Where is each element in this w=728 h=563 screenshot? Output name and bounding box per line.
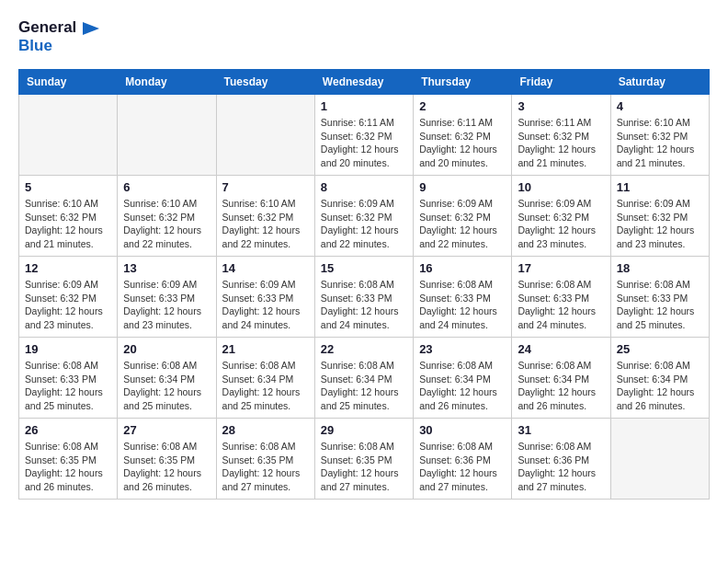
page-header: General Blue (18, 18, 710, 54)
day-number: 29 (321, 423, 407, 437)
day-info: Sunrise: 6:11 AM Sunset: 6:32 PM Dayligh… (518, 116, 604, 170)
day-number: 27 (123, 423, 210, 437)
day-info: Sunrise: 6:09 AM Sunset: 6:32 PM Dayligh… (518, 197, 604, 251)
weekday-header-monday: Monday (118, 70, 216, 95)
calendar-cell: 14Sunrise: 6:09 AM Sunset: 6:33 PM Dayli… (216, 257, 314, 338)
day-info: Sunrise: 6:09 AM Sunset: 6:32 PM Dayligh… (25, 278, 111, 332)
day-number: 4 (617, 99, 703, 113)
day-info: Sunrise: 6:08 AM Sunset: 6:35 PM Dayligh… (222, 440, 309, 494)
calendar-cell: 6Sunrise: 6:10 AM Sunset: 6:32 PM Daylig… (118, 176, 216, 257)
day-info: Sunrise: 6:08 AM Sunset: 6:35 PM Dayligh… (123, 440, 210, 494)
calendar-cell: 24Sunrise: 6:08 AM Sunset: 6:34 PM Dayli… (512, 338, 610, 419)
day-info: Sunrise: 6:09 AM Sunset: 6:32 PM Dayligh… (617, 197, 703, 251)
weekday-header-row: SundayMondayTuesdayWednesdayThursdayFrid… (19, 70, 710, 95)
calendar-cell: 27Sunrise: 6:08 AM Sunset: 6:35 PM Dayli… (118, 419, 216, 500)
day-number: 9 (419, 180, 506, 194)
calendar-cell: 22Sunrise: 6:08 AM Sunset: 6:34 PM Dayli… (314, 338, 413, 419)
day-number: 19 (25, 342, 111, 356)
day-info: Sunrise: 6:10 AM Sunset: 6:32 PM Dayligh… (123, 197, 210, 251)
weekday-header-wednesday: Wednesday (314, 70, 413, 95)
calendar-cell (610, 419, 709, 500)
calendar-cell (216, 95, 314, 176)
day-info: Sunrise: 6:08 AM Sunset: 6:34 PM Dayligh… (617, 359, 703, 413)
day-info: Sunrise: 6:09 AM Sunset: 6:33 PM Dayligh… (222, 278, 309, 332)
day-info: Sunrise: 6:08 AM Sunset: 6:36 PM Dayligh… (518, 440, 604, 494)
weekday-header-saturday: Saturday (610, 70, 709, 95)
day-number: 22 (321, 342, 407, 356)
day-info: Sunrise: 6:11 AM Sunset: 6:32 PM Dayligh… (321, 116, 407, 170)
calendar-cell (19, 95, 118, 176)
calendar-cell: 16Sunrise: 6:08 AM Sunset: 6:33 PM Dayli… (414, 257, 512, 338)
week-row-1: 1Sunrise: 6:11 AM Sunset: 6:32 PM Daylig… (19, 95, 710, 176)
day-info: Sunrise: 6:08 AM Sunset: 6:34 PM Dayligh… (123, 359, 210, 413)
day-info: Sunrise: 6:08 AM Sunset: 6:36 PM Dayligh… (419, 440, 506, 494)
weekday-header-friday: Friday (512, 70, 610, 95)
day-info: Sunrise: 6:10 AM Sunset: 6:32 PM Dayligh… (617, 116, 703, 170)
calendar-cell: 9Sunrise: 6:09 AM Sunset: 6:32 PM Daylig… (414, 176, 512, 257)
week-row-4: 19Sunrise: 6:08 AM Sunset: 6:33 PM Dayli… (19, 338, 710, 419)
day-info: Sunrise: 6:10 AM Sunset: 6:32 PM Dayligh… (25, 197, 111, 251)
day-number: 18 (617, 261, 703, 275)
calendar-cell: 12Sunrise: 6:09 AM Sunset: 6:32 PM Dayli… (19, 257, 118, 338)
svg-marker-0 (83, 22, 99, 35)
day-number: 15 (321, 261, 407, 275)
calendar-table: SundayMondayTuesdayWednesdayThursdayFrid… (18, 69, 710, 500)
calendar-cell: 5Sunrise: 6:10 AM Sunset: 6:32 PM Daylig… (19, 176, 118, 257)
day-info: Sunrise: 6:08 AM Sunset: 6:35 PM Dayligh… (25, 440, 111, 494)
day-number: 12 (25, 261, 111, 275)
day-number: 14 (222, 261, 309, 275)
day-info: Sunrise: 6:08 AM Sunset: 6:33 PM Dayligh… (617, 278, 703, 332)
day-number: 21 (222, 342, 309, 356)
calendar-cell: 18Sunrise: 6:08 AM Sunset: 6:33 PM Dayli… (610, 257, 709, 338)
day-number: 13 (123, 261, 210, 275)
day-info: Sunrise: 6:08 AM Sunset: 6:35 PM Dayligh… (321, 440, 407, 494)
calendar-cell: 10Sunrise: 6:09 AM Sunset: 6:32 PM Dayli… (512, 176, 610, 257)
calendar-cell: 25Sunrise: 6:08 AM Sunset: 6:34 PM Dayli… (610, 338, 709, 419)
weekday-header-thursday: Thursday (414, 70, 512, 95)
calendar-cell: 1Sunrise: 6:11 AM Sunset: 6:32 PM Daylig… (314, 95, 413, 176)
day-info: Sunrise: 6:08 AM Sunset: 6:33 PM Dayligh… (25, 359, 111, 413)
day-info: Sunrise: 6:09 AM Sunset: 6:33 PM Dayligh… (123, 278, 210, 332)
day-number: 17 (518, 261, 604, 275)
day-number: 8 (321, 180, 407, 194)
calendar-cell: 21Sunrise: 6:08 AM Sunset: 6:34 PM Dayli… (216, 338, 314, 419)
calendar-cell (118, 95, 216, 176)
calendar-cell: 3Sunrise: 6:11 AM Sunset: 6:32 PM Daylig… (512, 95, 610, 176)
day-info: Sunrise: 6:08 AM Sunset: 6:33 PM Dayligh… (419, 278, 506, 332)
week-row-3: 12Sunrise: 6:09 AM Sunset: 6:32 PM Dayli… (19, 257, 710, 338)
calendar-cell: 8Sunrise: 6:09 AM Sunset: 6:32 PM Daylig… (314, 176, 413, 257)
day-info: Sunrise: 6:10 AM Sunset: 6:32 PM Dayligh… (222, 197, 309, 251)
day-info: Sunrise: 6:08 AM Sunset: 6:33 PM Dayligh… (518, 278, 604, 332)
day-number: 1 (321, 99, 407, 113)
day-info: Sunrise: 6:09 AM Sunset: 6:32 PM Dayligh… (321, 197, 407, 251)
calendar-cell: 31Sunrise: 6:08 AM Sunset: 6:36 PM Dayli… (512, 419, 610, 500)
day-number: 26 (25, 423, 111, 437)
day-info: Sunrise: 6:08 AM Sunset: 6:34 PM Dayligh… (222, 359, 309, 413)
day-number: 30 (419, 423, 506, 437)
logo-arrow-icon (83, 22, 99, 35)
day-number: 7 (222, 180, 309, 194)
calendar-cell: 29Sunrise: 6:08 AM Sunset: 6:35 PM Dayli… (314, 419, 413, 500)
day-number: 16 (419, 261, 506, 275)
calendar-cell: 11Sunrise: 6:09 AM Sunset: 6:32 PM Dayli… (610, 176, 709, 257)
day-number: 10 (518, 180, 604, 194)
week-row-5: 26Sunrise: 6:08 AM Sunset: 6:35 PM Dayli… (19, 419, 710, 500)
day-number: 11 (617, 180, 703, 194)
day-number: 24 (518, 342, 604, 356)
day-info: Sunrise: 6:11 AM Sunset: 6:32 PM Dayligh… (419, 116, 506, 170)
calendar-cell: 19Sunrise: 6:08 AM Sunset: 6:33 PM Dayli… (19, 338, 118, 419)
day-number: 2 (419, 99, 506, 113)
day-info: Sunrise: 6:08 AM Sunset: 6:33 PM Dayligh… (321, 278, 407, 332)
calendar-cell: 28Sunrise: 6:08 AM Sunset: 6:35 PM Dayli… (216, 419, 314, 500)
day-number: 23 (419, 342, 506, 356)
calendar-cell: 15Sunrise: 6:08 AM Sunset: 6:33 PM Dayli… (314, 257, 413, 338)
weekday-header-sunday: Sunday (19, 70, 118, 95)
calendar-cell: 20Sunrise: 6:08 AM Sunset: 6:34 PM Dayli… (118, 338, 216, 419)
day-info: Sunrise: 6:09 AM Sunset: 6:32 PM Dayligh… (419, 197, 506, 251)
day-number: 28 (222, 423, 309, 437)
day-info: Sunrise: 6:08 AM Sunset: 6:34 PM Dayligh… (518, 359, 604, 413)
calendar-cell: 26Sunrise: 6:08 AM Sunset: 6:35 PM Dayli… (19, 419, 118, 500)
logo: General Blue (18, 18, 99, 54)
day-number: 25 (617, 342, 703, 356)
day-number: 31 (518, 423, 604, 437)
